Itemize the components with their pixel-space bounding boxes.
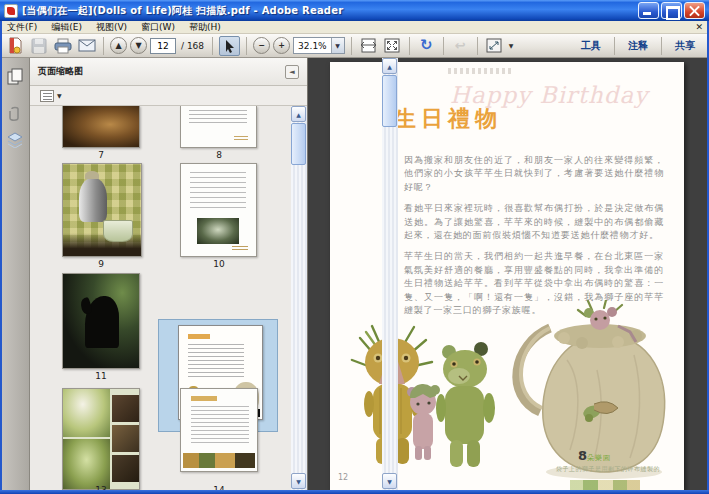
thumbnail-page-9[interactable] (62, 163, 142, 257)
next-page-icon[interactable]: ▼ (130, 37, 147, 54)
thumbnail-art (63, 439, 110, 490)
close-button[interactable] (684, 2, 705, 19)
options-icon[interactable] (40, 90, 54, 102)
toolbar-separator (477, 37, 478, 55)
zoom-level-value: 32.1% (294, 41, 331, 51)
thumbnail-art (112, 455, 139, 482)
thumbnail-art (112, 425, 139, 452)
thumbnail-art (197, 218, 239, 244)
panel-collapse-icon[interactable]: ◄ (285, 65, 299, 79)
toolbar-separator (351, 37, 352, 55)
thumbnail-page-7[interactable] (62, 106, 140, 148)
page-number: 12 (338, 473, 348, 482)
maximize-button[interactable] (661, 2, 682, 19)
toolbar-separator (443, 37, 444, 55)
content-area: 页面缩略图 ◄ ▼ 7 8 9 10 (0, 58, 709, 490)
scroll-up-icon[interactable]: ▲ (291, 106, 306, 122)
options-dropdown-icon[interactable]: ▼ (57, 92, 62, 99)
thumbnails-panel: 页面缩略图 ◄ ▼ 7 8 9 10 (30, 58, 308, 490)
panel-title: 页面缩略图 (38, 65, 83, 78)
menu-edit[interactable]: 编辑(E) (44, 21, 89, 34)
window-border (0, 21, 2, 494)
scroll-down-icon[interactable]: ▼ (291, 473, 306, 489)
open-document-icon[interactable] (4, 36, 25, 56)
fit-page-icon[interactable] (382, 36, 403, 56)
thumbnail-page-13[interactable] (62, 388, 140, 490)
title-bar[interactable]: [当偶们在一起](Dolls of Life)阿桂 扫描版.pdf - Adob… (0, 0, 709, 21)
thumbnail-label: 7 (61, 150, 141, 160)
thumbnail-page-8[interactable] (180, 106, 257, 148)
page-header-smudge (448, 68, 512, 74)
select-tool-icon[interactable] (219, 36, 240, 56)
tools-button[interactable]: 工具 (571, 37, 611, 55)
navigation-strip (0, 58, 30, 490)
toolbar-separator (103, 37, 104, 55)
menu-window[interactable]: 窗口(W) (134, 21, 182, 34)
thumbnail-art (63, 389, 110, 437)
thumbnail-art (188, 334, 210, 339)
menu-help[interactable]: 帮助(H) (182, 21, 228, 34)
panel-options-row: ▼ (30, 86, 307, 106)
page-title: 生日禮物 (394, 104, 502, 134)
email-icon[interactable] (76, 36, 97, 56)
thumbnail-page-11[interactable] (62, 273, 140, 369)
thumbnail-art (188, 344, 244, 378)
fit-width-icon[interactable] (358, 36, 379, 56)
toolbar-separator (212, 37, 213, 55)
thumbnail-art (79, 178, 107, 222)
scroll-up-icon[interactable]: ▲ (382, 58, 397, 74)
thumbnail-label: 11 (61, 371, 141, 381)
share-button[interactable]: 共享 (665, 37, 705, 55)
zoom-in-icon[interactable]: + (273, 37, 290, 54)
green-bear-doll (436, 342, 495, 467)
minimize-button[interactable] (638, 2, 659, 19)
previous-page-icon[interactable]: ▲ (110, 37, 127, 54)
menu-bar: 文件(F) 编辑(E) 视图(V) 窗口(W) 帮助(H) ✕ (0, 21, 709, 34)
undo-icon[interactable]: ↩ (450, 36, 471, 56)
main-toolbar: ▲ ▼ / 168 − + 32.1% ▼ ↻ ↩ ▼ 工具 (0, 34, 709, 58)
zoom-level-combo[interactable]: 32.1% ▼ (293, 37, 345, 54)
toolbar-separator (246, 37, 247, 55)
thumbnail-art (85, 296, 119, 348)
fullscreen-dropdown-icon[interactable]: ▼ (509, 42, 514, 49)
save-icon[interactable] (28, 36, 49, 56)
adobe-reader-window: [当偶们在一起](Dolls of Life)阿桂 扫描版.pdf - Adob… (0, 0, 709, 494)
next-page-peek (570, 480, 640, 490)
comment-button[interactable]: 注释 (618, 37, 658, 55)
thumbnail-art (191, 396, 217, 401)
thumbnail-art (112, 395, 139, 422)
thumbnail-page-10[interactable] (180, 163, 257, 257)
zoom-dropdown-icon[interactable]: ▼ (331, 38, 344, 53)
window-title: [当偶们在一起](Dolls of Life)阿桂 扫描版.pdf - Adob… (22, 4, 638, 18)
document-scrollbar[interactable]: ▲ ▼ (382, 58, 398, 490)
thumbnail-scrollbar[interactable]: ▲ ▼ (291, 106, 307, 490)
paragraph: 因為搬家和朋友住的近了，和朋友一家人的往來變得頻繁，他們家的小女孩芊芊生日就快到… (404, 154, 664, 194)
toolbar-separator (614, 37, 615, 55)
menu-view[interactable]: 视图(V) (89, 21, 134, 34)
close-document-icon[interactable]: ✕ (695, 22, 703, 32)
window-border (0, 490, 709, 494)
scrollbar-thumb[interactable] (382, 75, 397, 127)
page-thumbnails-icon[interactable] (5, 66, 25, 86)
thumbnail-label: 9 (61, 259, 141, 269)
scrollbar-thumb[interactable] (291, 123, 306, 165)
page-total-label: / 168 (181, 41, 204, 51)
thumbnail-art (183, 453, 255, 468)
thumbnail-art (103, 220, 133, 242)
thumbnail-art (191, 406, 249, 444)
menu-file[interactable]: 文件(F) (0, 21, 44, 34)
print-icon[interactable] (52, 36, 73, 56)
document-viewer[interactable]: Happy Birthday 生日禮物 因為搬家和朋友住的近了，和朋友一家人的往… (309, 58, 690, 490)
scroll-down-icon[interactable]: ▼ (382, 473, 397, 489)
publisher-logo-text: 朵樂園 (587, 454, 611, 462)
adobe-reader-icon (4, 4, 18, 18)
fullscreen-icon[interactable] (484, 36, 505, 56)
zoom-out-icon[interactable]: − (253, 37, 270, 54)
layers-icon[interactable] (5, 130, 25, 150)
thumbnail-page-14[interactable] (180, 388, 258, 472)
page-number-input[interactable] (150, 38, 176, 54)
rotate-icon[interactable]: ↻ (416, 36, 437, 56)
paragraph: 看她平日來家裡玩時，很喜歡幫布偶打扮，於是決定做布偶送她。為了讓她驚喜，芊芊來的… (404, 202, 664, 242)
thumbnail-label: 8 (179, 150, 259, 160)
attachments-icon[interactable] (5, 104, 25, 124)
